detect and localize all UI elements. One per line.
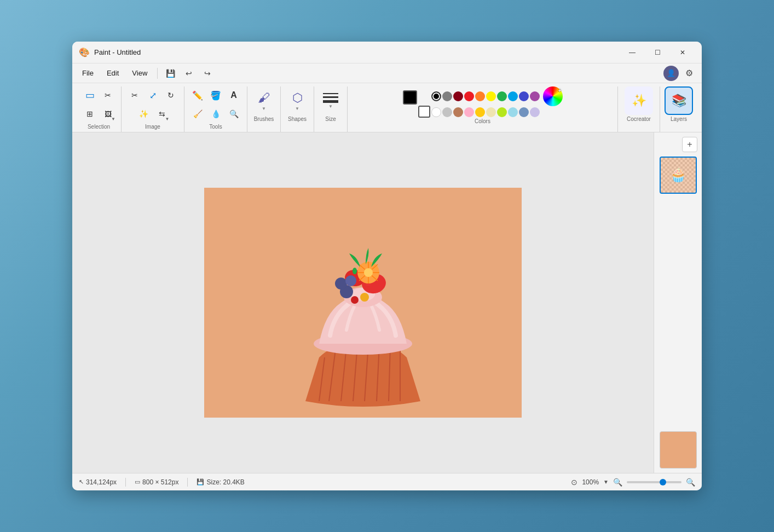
- color-cyan[interactable]: [508, 91, 518, 101]
- color-purple[interactable]: [530, 91, 540, 101]
- color-gold[interactable]: [475, 107, 485, 117]
- file-size-text: Size: 20.4KB: [206, 478, 244, 486]
- color-light-gray[interactable]: [442, 107, 452, 117]
- color-pink[interactable]: [464, 107, 474, 117]
- menu-divider-1: [157, 68, 158, 79]
- color-brown[interactable]: [453, 107, 463, 117]
- zoom-in-button[interactable]: 🔍: [686, 478, 695, 487]
- zoom-out-button[interactable]: 🔍: [613, 478, 622, 487]
- size-button[interactable]: ▼: [319, 86, 343, 115]
- eraser-button[interactable]: 🧹: [189, 105, 206, 123]
- window-title: Paint - Untitled: [94, 48, 620, 56]
- color-lime[interactable]: [497, 107, 507, 117]
- ribbon-group-layers: 📚 Layers: [660, 86, 697, 132]
- menu-view[interactable]: View: [126, 67, 153, 79]
- zoom-slider[interactable]: [627, 481, 681, 483]
- select-rectangle-button[interactable]: ▭: [81, 86, 99, 104]
- menu-file[interactable]: File: [77, 67, 99, 79]
- layer-2-thumbnail[interactable]: [660, 431, 697, 469]
- cursor-icon: ↖: [79, 478, 84, 485]
- maximize-button[interactable]: ☐: [645, 44, 670, 61]
- palette-row-2: [431, 107, 563, 117]
- image-tools-row2: ✨ ⇆ ▼: [135, 105, 171, 123]
- ribbon-group-cocreator: ✨ Cocreator: [618, 86, 660, 132]
- cursor-position: ↖ 314,124px: [79, 478, 117, 486]
- menu-bar: File Edit View 💾 ↩ ↪ 👤 ⚙: [72, 63, 702, 83]
- app-icon: 🎨: [79, 47, 90, 58]
- color-light-yellow[interactable]: [486, 107, 496, 117]
- add-layer-button[interactable]: +: [682, 137, 697, 152]
- dimensions-icon: ▭: [135, 478, 140, 485]
- flip-button[interactable]: ⇆ ▼: [153, 105, 171, 123]
- focus-canvas-button[interactable]: ⊙: [571, 478, 577, 487]
- color-red[interactable]: [464, 91, 474, 101]
- selection-tools: ▭ ✂: [81, 86, 117, 104]
- color-orange[interactable]: [475, 91, 485, 101]
- background-color[interactable]: [418, 106, 430, 118]
- canvas-main[interactable]: ····: [72, 132, 654, 473]
- foreground-color[interactable]: [403, 90, 417, 105]
- brushes-label: Brushes: [254, 116, 274, 122]
- color-palette: +: [431, 86, 563, 117]
- ai-image-button[interactable]: ✨: [135, 105, 153, 123]
- undo-button[interactable]: ↩: [181, 65, 197, 82]
- brushes-button[interactable]: 🖌 ▼: [252, 86, 276, 115]
- user-avatar[interactable]: 👤: [663, 66, 679, 81]
- save-button[interactable]: 💾: [162, 65, 178, 82]
- color-picker-wheel[interactable]: +: [543, 86, 563, 106]
- ribbon-group-shapes: ⬡ ▼ Shapes: [281, 86, 314, 132]
- zoom-slider-thumb[interactable]: [660, 479, 666, 485]
- eyedropper-button[interactable]: 💧: [207, 105, 224, 123]
- selection-tools-row2: ⊞ 🖼 ▼: [81, 105, 117, 123]
- cursor-coordinates: 314,124px: [86, 478, 117, 486]
- minimize-button[interactable]: —: [620, 44, 645, 61]
- statusbar-divider-2: [187, 478, 188, 487]
- pencil-button[interactable]: ✏️: [189, 86, 206, 104]
- color-yellow[interactable]: [486, 91, 496, 101]
- crop-button[interactable]: ✂: [126, 86, 143, 104]
- color-light-blue[interactable]: [508, 107, 518, 117]
- menu-edit[interactable]: Edit: [101, 67, 124, 79]
- image-tools: ✂ ⤢ ↻: [126, 86, 180, 104]
- select-transparent-button[interactable]: 🖼 ▼: [99, 105, 117, 123]
- color-black[interactable]: [431, 91, 441, 101]
- palette-row-1: +: [431, 86, 563, 106]
- shapes-label: Shapes: [288, 116, 307, 122]
- cocreator-button[interactable]: ✨: [625, 86, 653, 115]
- drawing-canvas[interactable]: ····: [204, 188, 522, 418]
- color-steel-blue[interactable]: [519, 107, 529, 117]
- close-button[interactable]: ✕: [670, 44, 695, 61]
- settings-button[interactable]: ⚙: [681, 65, 697, 82]
- ribbon: ▭ ✂ ⊞ 🖼 ▼ Selection ✂ ⤢ ↻ ✨ ⇆: [72, 83, 702, 132]
- color-lavender[interactable]: [530, 107, 540, 117]
- title-bar: 🎨 Paint - Untitled — ☐ ✕: [72, 42, 702, 63]
- select-freeform-button[interactable]: ✂: [99, 86, 117, 104]
- layers-panel-button[interactable]: 📚: [665, 86, 693, 115]
- svg-point-18: [335, 277, 347, 290]
- fill-button[interactable]: 🪣: [207, 86, 224, 104]
- redo-button[interactable]: ↪: [199, 65, 216, 82]
- select-all-button[interactable]: ⊞: [81, 105, 99, 123]
- rotate-button[interactable]: ↻: [162, 86, 180, 104]
- image-label: Image: [145, 124, 160, 130]
- zoom-dropdown-button[interactable]: ▼: [603, 479, 609, 485]
- menu-bar-right: 👤 ⚙: [663, 65, 697, 82]
- layer-1-thumbnail[interactable]: 🧁: [660, 157, 697, 194]
- ribbon-group-brushes: 🖌 ▼ Brushes: [247, 86, 281, 132]
- statusbar: ↖ 314,124px ▭ 800 × 512px 💾 Size: 20.4KB…: [72, 473, 702, 490]
- file-size: 💾 Size: 20.4KB: [197, 478, 244, 486]
- dropdown-caret-2: ▼: [165, 117, 170, 122]
- shapes-button[interactable]: ⬡ ▼: [285, 86, 309, 115]
- color-gray[interactable]: [442, 91, 452, 101]
- color-blue[interactable]: [519, 91, 529, 101]
- color-dark-red[interactable]: [453, 91, 463, 101]
- text-button[interactable]: A: [225, 86, 242, 104]
- svg-point-22: [360, 293, 369, 302]
- size-label: Size: [325, 116, 336, 122]
- active-colors: [403, 90, 426, 113]
- zoom-button[interactable]: 🔍: [225, 105, 242, 123]
- paint-window: 🎨 Paint - Untitled — ☐ ✕ File Edit View …: [72, 42, 702, 490]
- color-green[interactable]: [497, 91, 507, 101]
- resize-button[interactable]: ⤢: [144, 86, 161, 104]
- color-white[interactable]: [431, 107, 441, 117]
